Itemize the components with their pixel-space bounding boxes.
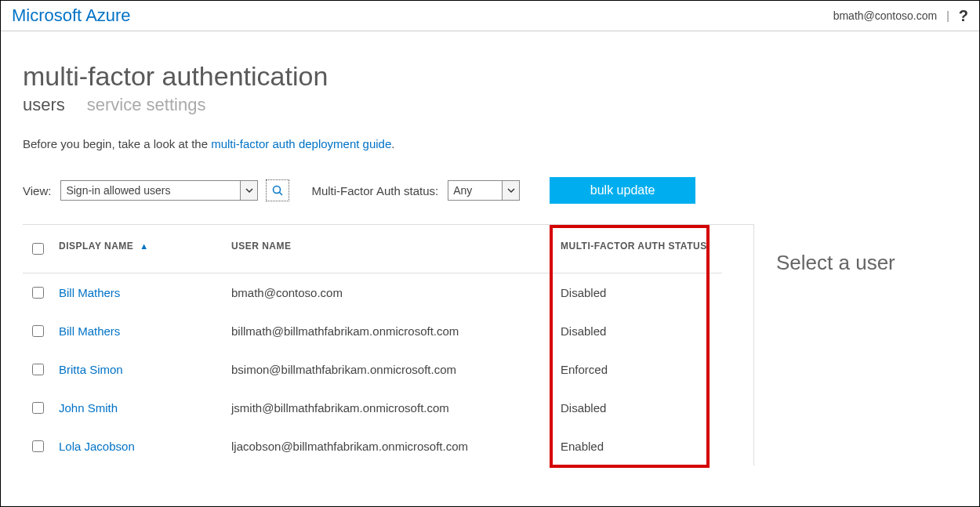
col-header-mfa-status[interactable]: MULTI-FACTOR AUTH STATUS [554,225,722,273]
row-checkbox[interactable] [32,287,44,299]
help-icon[interactable]: ? [959,7,968,25]
mfa-status-select[interactable]: Any [448,180,520,201]
mfa-status-cell: Enabled [554,427,722,465]
svg-point-0 [274,187,281,194]
col-header-user-name[interactable]: USER NAME [225,225,554,273]
table-row[interactable]: Britta Simonbsimon@billmathfabrikam.onmi… [23,350,722,389]
user-name-cell: ljacobson@billmathfabrikam.onmicrosoft.c… [225,427,554,465]
chevron-down-icon [240,181,257,200]
row-checkbox[interactable] [32,364,44,375]
deployment-guide-link[interactable]: multi-factor auth deployment guide [211,137,391,150]
user-name-cell: jsmith@billmathfabrikam.onmicrosoft.com [225,389,554,427]
mfa-status-label: Multi-Factor Auth status: [311,184,438,197]
view-select-value: Sign-in allowed users [66,184,170,197]
top-bar: Microsoft Azure bmath@contoso.com | ? [1,1,979,31]
tabs: users service settings [23,95,957,115]
user-name-cell: billmath@billmathfabrikam.onmicrosoft.co… [225,312,554,350]
main-area: DISPLAY NAME ▲ USER NAME MULTI-FACTOR AU… [23,224,957,465]
table-row[interactable]: Bill Mathersbillmath@billmathfabrikam.on… [23,312,722,350]
user-display-name-link[interactable]: Bill Mathers [59,324,120,338]
view-select[interactable]: Sign-in allowed users [60,180,258,201]
table-header-row: DISPLAY NAME ▲ USER NAME MULTI-FACTOR AU… [23,225,722,273]
user-display-name-link[interactable]: John Smith [59,401,118,415]
user-name-cell: bmath@contoso.com [225,273,554,313]
mfa-status-select-value: Any [453,184,472,197]
row-checkbox[interactable] [32,402,44,414]
user-display-name-link[interactable]: Lola Jacobson [59,440,135,453]
svg-line-1 [280,193,283,196]
col-header-display-name[interactable]: DISPLAY NAME ▲ [53,225,225,273]
mfa-status-cell: Disabled [554,312,722,350]
filters-row: View: Sign-in allowed users Multi-Factor… [23,177,957,204]
bulk-update-button[interactable]: bulk update [550,177,695,204]
table-row[interactable]: Bill Mathersbmath@contoso.comDisabled [23,273,722,313]
account-email[interactable]: bmath@contoso.com [833,9,938,22]
user-name-cell: bsimon@billmathfabrikam.onmicrosoft.com [225,350,554,389]
tab-service-settings[interactable]: service settings [87,95,206,115]
users-table: DISPLAY NAME ▲ USER NAME MULTI-FACTOR AU… [23,225,722,465]
mfa-status-cell: Enforced [554,350,722,389]
intro-prefix: Before you begin, take a look at the [23,137,211,150]
users-table-wrap: DISPLAY NAME ▲ USER NAME MULTI-FACTOR AU… [23,224,753,465]
side-panel-placeholder: Select a user [776,251,895,274]
mfa-status-cell: Disabled [554,389,722,427]
col-header-display-name-label: DISPLAY NAME [59,241,133,252]
user-display-name-link[interactable]: Britta Simon [59,363,123,376]
user-display-name-link[interactable]: Bill Mathers [59,286,120,299]
search-button[interactable] [266,179,289,201]
intro-text: Before you begin, take a look at the mul… [23,137,957,150]
row-checkbox[interactable] [32,325,44,337]
account-area: bmath@contoso.com | ? [833,7,968,25]
page-title: multi-factor authentication [23,61,957,92]
table-row[interactable]: John Smithjsmith@billmathfabrikam.onmicr… [23,389,722,427]
sort-ascending-icon: ▲ [140,241,148,251]
page-content: multi-factor authentication users servic… [1,31,979,465]
table-row[interactable]: Lola Jacobsonljacobson@billmathfabrikam.… [23,427,722,465]
row-checkbox[interactable] [32,440,44,452]
chevron-down-icon [502,181,519,200]
divider: | [946,9,949,22]
view-label: View: [23,184,51,197]
mfa-status-cell: Disabled [554,273,722,313]
brand-logo[interactable]: Microsoft Azure [12,5,131,26]
search-icon [271,184,284,197]
tab-users[interactable]: users [23,95,65,115]
intro-suffix: . [391,137,394,150]
side-panel: Select a user [753,224,957,465]
select-all-checkbox[interactable] [32,243,44,255]
